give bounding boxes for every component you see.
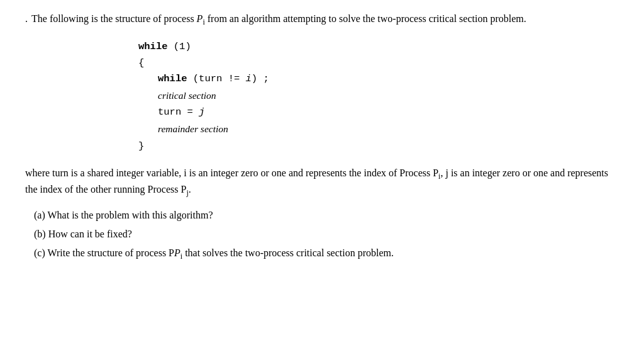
sub-question-c: (c) Write the structure of process PPi t… (25, 246, 619, 262)
sub-a-label: (a) (34, 210, 45, 220)
process-label: Pi (197, 13, 205, 24)
code-block: while (1) { while (turn != i) ; critical… (25, 39, 619, 154)
sub-c-label: (c) (34, 247, 45, 258)
question-intro: . The following is the structure of proc… (25, 11, 619, 28)
code-line-open-brace: { (138, 55, 619, 72)
while2-rest: (turn != i) ; (187, 73, 269, 84)
sub-a-text: What is the problem with this algorithm? (47, 210, 213, 220)
sub-question-b: (b) How can it be fixed? (25, 227, 619, 242)
remainder-section-text: remainder section (158, 123, 228, 134)
critical-section-text: critical section (158, 90, 216, 101)
intro-text: The following is the structure of proces… (31, 11, 619, 28)
process-sub: i (203, 18, 204, 26)
sub-b-label: (b) (34, 229, 46, 239)
while1-rest: (1) (168, 41, 191, 52)
intro-part2: from an algorithm attempting to solve th… (208, 13, 526, 24)
sub-b-text: How can it be fixed? (48, 229, 132, 239)
code-line-remainder: remainder section (138, 121, 619, 139)
code-line-turn: turn = j (138, 105, 619, 121)
desc-part1: where turn is a shared integer variable,… (25, 167, 438, 178)
intro-part1: The following is the structure of proces… (31, 13, 194, 24)
description-text: where turn is a shared integer variable,… (25, 166, 619, 198)
sub-question-a: (a) What is the problem with this algori… (25, 208, 619, 223)
while-keyword: while (138, 41, 168, 52)
sub-c-text: Write the structure of process PPi that … (47, 247, 394, 258)
code-line-close-brace: } (138, 139, 619, 155)
code-line-while2: while (turn != i) ; (138, 71, 619, 88)
code-line-while1: while (1) (138, 39, 619, 55)
while2-keyword: while (158, 73, 187, 84)
desc-end: . (189, 184, 191, 195)
question-number: . (25, 11, 28, 26)
code-line-critical: critical section (138, 88, 619, 105)
